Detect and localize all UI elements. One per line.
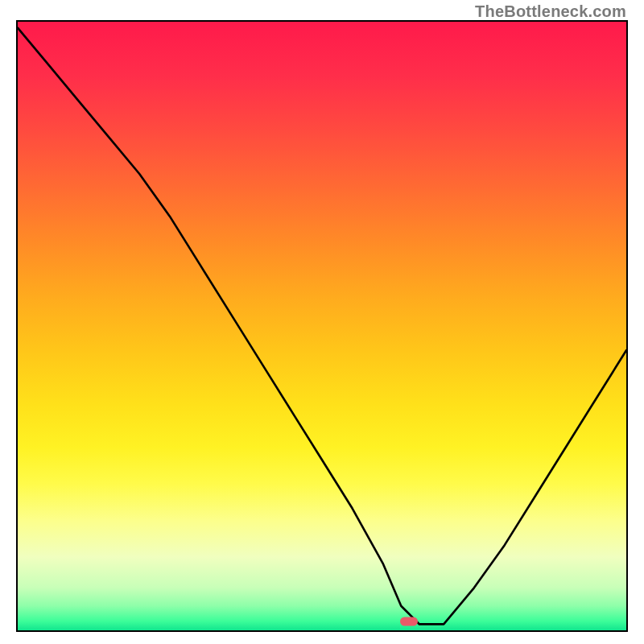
optimum-marker xyxy=(400,617,418,625)
plot-area xyxy=(16,20,628,632)
watermark-text: TheBottleneck.com xyxy=(475,2,626,21)
bottleneck-curve xyxy=(18,22,626,630)
